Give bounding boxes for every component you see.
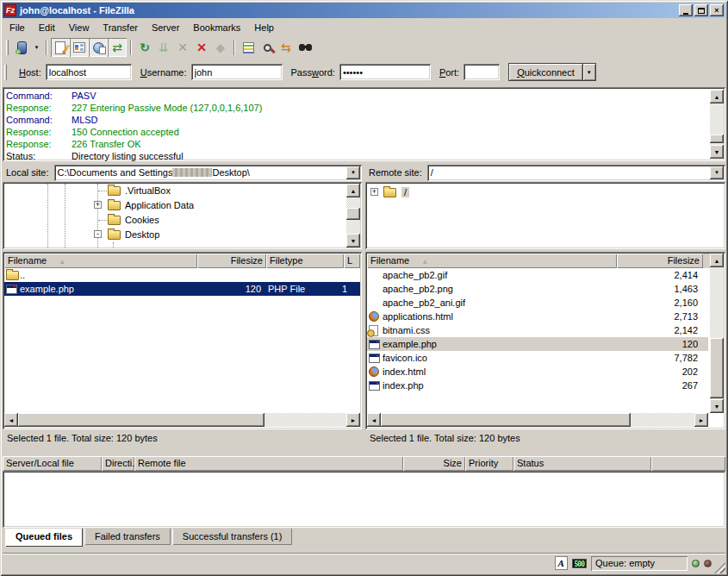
menu-item[interactable]: Server <box>145 21 186 34</box>
remote-scroll-down[interactable]: ▼ <box>710 399 724 413</box>
column-filetype[interactable]: Filetype <box>266 254 344 268</box>
tree-item[interactable]: -Desktop <box>3 228 362 242</box>
local-site-dropdown[interactable]: ▼ <box>346 166 360 179</box>
remote-scroll-right[interactable]: ► <box>694 413 708 427</box>
menu-item[interactable]: Bookmarks <box>186 21 247 34</box>
quickconnect-button[interactable]: Quickconnect <box>508 63 583 81</box>
close-button[interactable]: × <box>710 4 724 16</box>
remote-site-dropdown[interactable]: ▼ <box>710 166 724 179</box>
file-row[interactable]: applications.html 2,713 <box>367 310 708 323</box>
minimize-button[interactable] <box>679 4 693 16</box>
process-queue-button[interactable]: ⇊ <box>154 38 173 57</box>
expand-icon[interactable]: + <box>370 188 378 196</box>
queue-column[interactable]: Remote file <box>134 456 403 471</box>
file-row[interactable]: index.html 202 <box>367 365 708 379</box>
local-scroll-left[interactable]: ◄ <box>4 413 18 427</box>
menu-item[interactable]: Edit <box>32 21 62 34</box>
remote-root-label[interactable]: / <box>401 187 409 197</box>
port-label: Port: <box>439 67 459 78</box>
password-input[interactable] <box>339 67 431 78</box>
username-input[interactable] <box>191 67 283 78</box>
filter-button[interactable] <box>239 38 258 57</box>
local-tree-scroll-thumb[interactable] <box>346 208 360 220</box>
title-bar[interactable]: Fz john@localhost - FileZilla × <box>3 3 725 18</box>
menu-item[interactable]: View <box>62 21 96 34</box>
quickconnect-grip[interactable] <box>4 65 7 80</box>
synchronized-browsing-button[interactable]: ⇆ <box>277 38 296 57</box>
reconnect-button[interactable]: ◆ <box>211 38 230 57</box>
column-filename[interactable]: Filename▲ <box>367 254 617 268</box>
maximize-button[interactable] <box>694 4 708 16</box>
file-row[interactable]: .. <box>4 268 360 282</box>
column-filesize[interactable]: Filesize <box>617 254 703 268</box>
file-row[interactable]: apache_pb2_ani.gif 2,160 <box>367 296 708 310</box>
local-site-combo[interactable]: C:\Documents and SettingsDesktop\ ▼ <box>54 165 362 181</box>
menu-item[interactable]: Transfer <box>96 21 145 34</box>
queue-column[interactable]: Size <box>403 456 465 471</box>
port-input[interactable] <box>464 67 500 78</box>
tree-item[interactable]: Cookies <box>3 213 362 228</box>
remote-scroll-left[interactable]: ◄ <box>367 413 381 427</box>
remote-tree-root[interactable]: + / <box>365 185 725 200</box>
quickconnect-dropdown[interactable]: ▼ <box>583 63 596 81</box>
local-tree-scroll-down[interactable]: ▼ <box>346 234 360 247</box>
file-row[interactable]: example.php 120 <box>367 337 708 351</box>
log-scrollbar[interactable]: ▲ ▼ <box>710 90 724 159</box>
toolbar-grip[interactable] <box>6 40 9 55</box>
column-last-modified[interactable]: L <box>344 254 360 268</box>
toggle-message-log-button[interactable] <box>51 38 70 57</box>
toolbar: ▼ ⇄ ↻ ⇊ ✕ ✕ ◆ ⇆ <box>3 36 725 59</box>
toggle-remote-tree-button[interactable] <box>89 38 108 57</box>
file-row[interactable]: index.php 267 <box>367 379 708 392</box>
toggle-local-tree-button[interactable] <box>70 38 89 57</box>
local-hscroll-thumb[interactable] <box>18 413 264 427</box>
file-row[interactable]: bitnami.css 2,142 <box>367 323 708 337</box>
close-icon: × <box>714 6 719 15</box>
queue-tab[interactable]: Failed transfers <box>84 529 171 545</box>
log-scroll-down[interactable]: ▼ <box>710 145 724 159</box>
site-manager-dropdown[interactable]: ▼ <box>31 38 42 57</box>
remote-vscrollbar[interactable]: ▲ ▼ <box>710 254 724 413</box>
tree-item[interactable]: .VirtualBox <box>3 184 362 198</box>
log-scroll-thumb[interactable] <box>710 135 724 143</box>
tree-item[interactable]: +Application Data <box>3 198 362 213</box>
queue-column[interactable]: Directi... <box>102 456 134 471</box>
queue-column[interactable] <box>651 456 725 471</box>
queue-tab[interactable]: Queued files <box>5 529 83 547</box>
remote-hscrollbar[interactable]: ◄ ► <box>367 413 708 427</box>
host-input[interactable] <box>46 67 132 78</box>
file-row[interactable]: apache_pb2.png 1,463 <box>367 282 708 296</box>
log-scroll-up[interactable]: ▲ <box>710 90 724 103</box>
queue-tab[interactable]: Successful transfers (1) <box>172 529 293 545</box>
remote-site-combo[interactable]: / ▼ <box>427 165 725 181</box>
local-hscrollbar[interactable]: ◄ ► <box>4 413 360 427</box>
cancel-operation-button[interactable]: ✕ <box>173 38 192 57</box>
remote-hscroll-thumb[interactable] <box>381 413 631 427</box>
local-scroll-right[interactable]: ► <box>346 413 360 427</box>
toggle-transfer-queue-button[interactable]: ⇄ <box>108 38 127 57</box>
local-tree-scroll-up[interactable]: ▲ <box>346 184 360 197</box>
column-filename[interactable]: Filename▲ <box>4 254 197 268</box>
file-row[interactable]: apache_pb2.gif 2,414 <box>367 268 708 282</box>
refresh-button[interactable]: ↻ <box>135 38 154 57</box>
queue-column[interactable]: Priority <box>465 456 513 471</box>
site-manager-button[interactable] <box>12 38 31 57</box>
remote-scroll-up[interactable]: ▲ <box>710 254 724 267</box>
column-filesize[interactable]: Filesize <box>197 254 266 268</box>
expand-icon[interactable]: + <box>94 201 102 209</box>
queue-column[interactable]: Status <box>513 456 651 471</box>
queue-list[interactable] <box>3 471 725 528</box>
file-row[interactable]: example.php 120 PHP File 1 <box>4 282 360 296</box>
local-tree-scrollbar[interactable]: ▲ ▼ <box>346 184 360 247</box>
queue-column[interactable]: Server/Local file <box>3 456 102 471</box>
directory-comparison-button[interactable] <box>258 38 277 57</box>
local-path: C:\Documents and SettingsDesktop\ <box>54 167 346 178</box>
menu-item[interactable]: File <box>3 21 32 34</box>
remote-vscroll-thumb[interactable] <box>710 338 724 398</box>
expand-icon[interactable]: - <box>94 230 102 238</box>
log-row: Command:MLSD <box>6 114 708 126</box>
disconnect-button[interactable]: ✕ <box>192 38 211 57</box>
menu-item[interactable]: Help <box>247 21 281 34</box>
file-row[interactable]: favicon.ico 7,782 <box>367 351 708 365</box>
find-files-button[interactable] <box>296 38 314 57</box>
